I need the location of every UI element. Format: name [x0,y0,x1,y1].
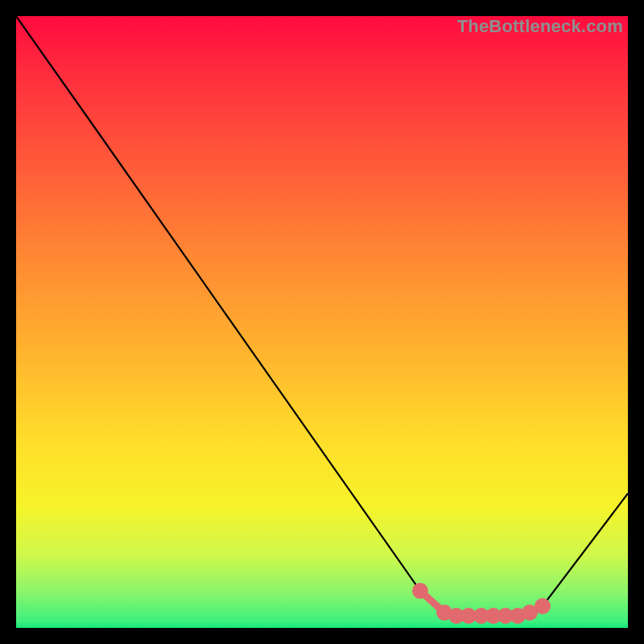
plot-area: TheBottleneck.com [16,16,628,628]
svg-point-17 [526,609,535,617]
chart-frame: TheBottleneck.com [0,0,644,644]
svg-point-11 [452,612,461,621]
curve-layer [16,16,628,628]
svg-point-16 [514,612,522,621]
bottleneck-curve [16,16,628,616]
highlight-group [416,587,547,621]
svg-point-15 [502,612,510,621]
svg-point-10 [440,609,449,617]
svg-point-9 [416,587,425,596]
svg-point-18 [539,602,547,611]
svg-point-13 [477,612,486,621]
svg-point-12 [464,612,473,621]
svg-point-14 [489,612,498,621]
